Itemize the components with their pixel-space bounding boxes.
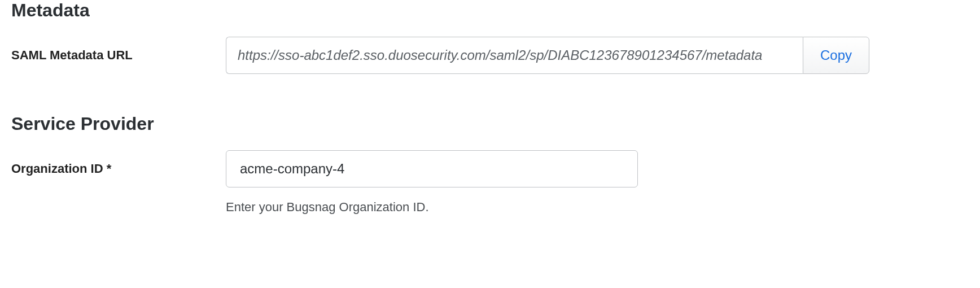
service-provider-heading: Service Provider — [11, 114, 969, 134]
org-id-row: Organization ID * Enter your Bugsnag Org… — [11, 150, 969, 215]
service-provider-section: Service Provider Organization ID * Enter… — [11, 114, 969, 215]
org-id-help: Enter your Bugsnag Organization ID. — [226, 200, 969, 215]
metadata-heading: Metadata — [11, 0, 969, 21]
saml-url-row: SAML Metadata URL https://sso-abc1def2.s… — [11, 37, 969, 74]
org-id-control: Enter your Bugsnag Organization ID. — [226, 150, 969, 215]
saml-url-label: SAML Metadata URL — [11, 37, 226, 63]
saml-url-value[interactable]: https://sso-abc1def2.sso.duosecurity.com… — [226, 37, 803, 74]
organization-id-input[interactable] — [226, 150, 638, 187]
metadata-section: Metadata SAML Metadata URL https://sso-a… — [11, 0, 969, 74]
org-id-label: Organization ID * — [11, 150, 226, 176]
copy-button[interactable]: Copy — [803, 37, 869, 74]
saml-url-group: https://sso-abc1def2.sso.duosecurity.com… — [226, 37, 869, 74]
saml-url-control: https://sso-abc1def2.sso.duosecurity.com… — [226, 37, 969, 74]
